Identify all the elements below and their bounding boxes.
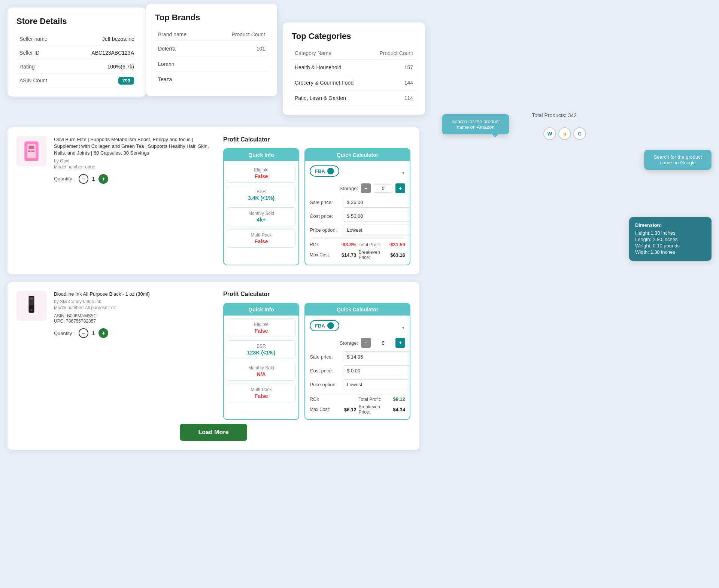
quantity-minus-2[interactable]: − <box>79 328 88 338</box>
cost-price-input-1[interactable] <box>343 211 410 222</box>
bsr-label-1: BSR <box>231 189 291 194</box>
roi-result-1: ROI: -63.8% <box>310 242 356 247</box>
table-row: ASIN Count 793 <box>16 74 137 88</box>
total-profit-value-1: -$31.59 <box>389 242 405 247</box>
fba-toggle-2[interactable]: FBA <box>310 320 339 331</box>
load-more-container: Load More <box>16 424 410 441</box>
product-count-cell: 157 <box>369 60 416 75</box>
fba-toggle-1[interactable]: FBA <box>310 165 339 177</box>
table-row: Patio, Lawn & Garden 114 <box>292 91 416 106</box>
product-model-1: Model number: obbe <box>54 164 216 170</box>
sale-price-input-2[interactable] <box>343 351 410 362</box>
quick-info-header-1: Quick Info <box>224 149 298 161</box>
total-profit-result-2: Total Profit: $9.12 <box>359 396 405 402</box>
multipack-value-2: False <box>231 393 291 399</box>
walmart-search-button[interactable]: W <box>543 127 556 140</box>
calc-columns-2: Quick Info Eligible False BSR 123K (<1%) <box>223 303 410 420</box>
top-categories-title: Top Categories <box>292 31 416 41</box>
price-option-label-2: Price option: <box>310 382 340 387</box>
storage-minus-1[interactable]: − <box>361 183 371 193</box>
storage-plus-2[interactable]: + <box>395 338 405 348</box>
store-details-card: Store Details Seller name Jeff bezos.inc… <box>7 7 146 97</box>
breakeven-label-2: Breakeven Price: <box>359 404 391 415</box>
table-row: Health & Household 157 <box>292 60 416 75</box>
table-row: Teaza <box>155 72 268 87</box>
quick-info-2: Quick Info Eligible False BSR 123K (<1%) <box>223 303 299 420</box>
load-more-button[interactable]: Load More <box>180 424 248 441</box>
monthly-sold-label-1: Monthly Sold <box>231 211 291 216</box>
brand-name-cell: Teaza <box>155 72 208 87</box>
asin-count-label: ASIN Count <box>16 74 66 88</box>
storage-row-1: Storage: − 0 + <box>310 183 405 193</box>
amazon-search-button[interactable]: a <box>558 127 571 140</box>
storage-plus-1[interactable]: + <box>395 183 405 193</box>
table-row: Lorann <box>155 57 268 72</box>
cost-price-input-2[interactable] <box>343 365 410 376</box>
max-cost-label-2: Max Cost: <box>310 407 330 412</box>
roi-label-1: ROI: <box>310 242 319 247</box>
dimension-title: Dimension: <box>635 222 706 228</box>
product-count-cell <box>208 57 268 72</box>
chevron-down-icon-2: ▼ <box>401 326 405 330</box>
quick-info-header-2: Quick Info <box>224 304 298 316</box>
product-image-2 <box>16 291 46 321</box>
total-profit-label-1: Total Profit: <box>359 242 381 247</box>
walmart-icon: W <box>547 131 552 137</box>
svg-rect-3 <box>29 146 34 149</box>
sale-price-input-1[interactable] <box>343 197 410 208</box>
price-option-input-1[interactable] <box>343 225 410 235</box>
eligible-label-2: Eligible <box>231 322 291 327</box>
quick-calc-body-1: FBA ▼ Storage: − 0 + <box>305 161 410 265</box>
product-image-svg: BURN <box>20 140 43 162</box>
tooltip-google-text: Search for the product name on Google <box>654 154 702 165</box>
storage-value-2: 0 <box>374 339 392 347</box>
quantity-plus-1[interactable]: + <box>98 174 108 184</box>
category-name-cell: Health & Household <box>292 60 369 75</box>
price-option-input-2[interactable] <box>343 379 410 390</box>
brands-table: Brand name Product Count Doterra 101 Lor… <box>155 28 268 87</box>
breakeven-result-2: Breakeven Price: $4.34 <box>359 404 405 415</box>
fba-toggle-dot-1 <box>327 168 334 174</box>
storage-minus-2[interactable]: − <box>361 338 371 348</box>
storage-label-2: Storage: <box>340 340 358 346</box>
brand-name-cell: Doterra <box>155 41 208 57</box>
search-icon-buttons: W a G <box>543 127 586 140</box>
info-monthly-sold-1: Monthly Sold 4k+ <box>227 207 295 226</box>
product-brand-2: by SkinCandy tattoo ink <box>54 299 216 304</box>
quick-calc-header-2: Quick Calculator <box>305 304 410 316</box>
seller-id-label: Seller ID <box>16 46 66 60</box>
main-content: BURN Obvi Burn Elite | Supports Metaboli… <box>7 127 419 457</box>
eligible-value-2: False <box>231 328 291 334</box>
top-categories-card: Top Categories Category Name Product Cou… <box>283 22 425 115</box>
quantity-plus-2[interactable]: + <box>98 328 108 338</box>
eligible-value-1: False <box>231 173 291 179</box>
quantity-minus-1[interactable]: − <box>79 174 88 184</box>
product-count-cell: 114 <box>369 91 416 106</box>
eligible-label-1: Eligible <box>231 167 291 173</box>
fba-label-2: FBA <box>315 323 325 329</box>
quick-calculator-2: Quick Calculator FBA ▼ Storage: <box>304 303 410 420</box>
quick-info-body-1: Eligible False BSR 3.4K (<1%) Monthly So… <box>224 161 298 251</box>
price-option-field-2: Price option: <box>310 379 405 390</box>
storage-label-1: Storage: <box>340 186 358 191</box>
max-cost-label-1: Max Cost: <box>310 252 330 258</box>
quick-calc-body-2: FBA ▼ Storage: − 0 + <box>305 316 410 419</box>
quantity-label-1: Quantity : <box>54 176 75 182</box>
product-model-2: Model number: All purpose 1oz <box>54 305 216 310</box>
bsr-label-2: BSR <box>231 344 291 349</box>
monthly-sold-value-2: N/A <box>231 371 291 377</box>
fba-toggle-dot-2 <box>327 322 334 329</box>
total-products: Total Products: 342 <box>532 112 577 118</box>
product-card-inner: BURN Obvi Burn Elite | Supports Metaboli… <box>16 136 410 265</box>
google-search-button[interactable]: G <box>573 127 586 140</box>
product-card-1: BURN Obvi Burn Elite | Supports Metaboli… <box>7 127 419 274</box>
quantity-row-1: Quantity : − 1 + <box>54 174 216 184</box>
price-option-field-1: Price option: <box>310 225 405 235</box>
brand-name-header: Brand name <box>155 28 208 41</box>
dimension-weight: Weight: 0.10 pounds <box>635 243 706 249</box>
sale-price-label-2: Sale price: <box>310 354 340 360</box>
total-profit-label-2: Total Profit: <box>359 397 381 402</box>
chevron-down-icon-1: ▼ <box>401 171 405 175</box>
quick-calculator-1: Quick Calculator FBA ▼ Storage: <box>304 148 410 265</box>
quick-calc-header-1: Quick Calculator <box>305 149 410 161</box>
